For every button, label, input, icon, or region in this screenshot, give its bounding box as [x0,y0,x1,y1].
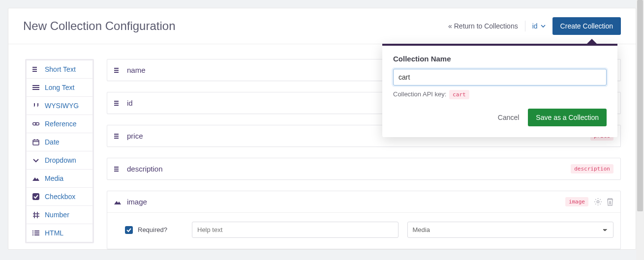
create-collection-popover: Collection Name Collection API key: cart… [382,44,617,137]
required-label: Required? [138,226,167,233]
lines-narrow-icon [32,66,40,72]
palette-item-label: Number [45,211,69,219]
popover-title: Collection Name [393,55,607,63]
drag-handle-icon[interactable] [114,133,121,139]
drag-handle-icon[interactable] [114,166,121,172]
scrollbar-thumb[interactable] [637,0,643,211]
palette-item-dropdown[interactable]: Dropdown [27,151,92,169]
palette-item-html[interactable]: HTML [27,224,92,242]
palette-item-number[interactable]: Number [27,205,92,224]
id-dropdown[interactable]: id [532,22,546,30]
page-header: New Collection Configuration « Return to… [8,8,636,44]
field-row[interactable]: description description [107,158,621,180]
palette-item-label: Checkbox [45,193,75,201]
field-type-select[interactable]: Media [407,222,614,238]
checkbox-checked-icon[interactable] [125,226,133,234]
help-text-input[interactable] [192,222,399,238]
palette-item-label: Dropdown [45,156,76,164]
field-type-palette: Short Text Long Text WYSIWYG [25,59,94,243]
list-icon [32,230,40,236]
palette-item-media[interactable]: Media [27,169,92,187]
page-title: New Collection Configuration [23,19,448,33]
field-api-tag: description [571,164,613,173]
svg-rect-3 [32,193,39,200]
image-icon [32,175,40,181]
calendar-icon [32,139,40,145]
svg-rect-2 [33,140,39,145]
palette-item-label: WYSIWYG [45,102,79,110]
palette-item-wysiwyg[interactable]: WYSIWYG [27,96,92,115]
id-dropdown-label: id [532,22,538,30]
palette-item-label: Reference [45,120,77,128]
field-name: image [127,198,559,206]
quotes-icon [32,103,40,109]
check-square-icon [32,193,40,200]
palette-item-checkbox[interactable]: Checkbox [27,187,92,205]
image-icon[interactable] [114,199,121,205]
trash-icon[interactable] [607,198,613,206]
svg-point-4 [597,201,599,203]
palette-item-label: HTML [45,229,63,237]
field-row-expanded: image image [107,191,621,249]
separator [525,21,525,31]
palette-item-reference[interactable]: Reference [27,115,92,133]
cancel-button[interactable]: Cancel [498,114,520,121]
required-toggle[interactable]: Required? [114,226,183,234]
field-api-tag: image [565,197,588,206]
palette-item-label: Date [45,138,60,146]
vertical-scrollbar[interactable] [636,0,644,260]
chevron-down-icon [541,24,546,29]
palette-item-label: Long Text [45,84,74,91]
drag-handle-icon[interactable] [114,67,121,73]
link-icon [32,121,40,127]
field-name: description [127,165,565,173]
api-key-tag: cart [449,90,469,99]
hash-icon [32,212,40,218]
collection-name-input[interactable] [393,69,607,86]
drag-handle-icon[interactable] [114,100,121,106]
palette-item-label: Short Text [45,65,76,73]
palette-item-long-text[interactable]: Long Text [27,78,92,96]
lines-wide-icon [32,85,40,90]
create-collection-button[interactable]: Create Collection [552,17,621,35]
save-collection-button[interactable]: Save as a Collection [528,109,607,126]
chevron-down-icon [32,157,40,163]
field-head[interactable]: image image [107,191,620,212]
palette-item-date[interactable]: Date [27,133,92,151]
api-key-helper-prefix: Collection API key: [393,90,446,98]
api-key-helper: Collection API key: cart [393,90,607,98]
gear-icon[interactable] [594,198,602,206]
return-link[interactable]: « Return to Collections [448,22,518,30]
palette-item-short-text[interactable]: Short Text [27,60,92,78]
palette-item-label: Media [45,174,63,182]
